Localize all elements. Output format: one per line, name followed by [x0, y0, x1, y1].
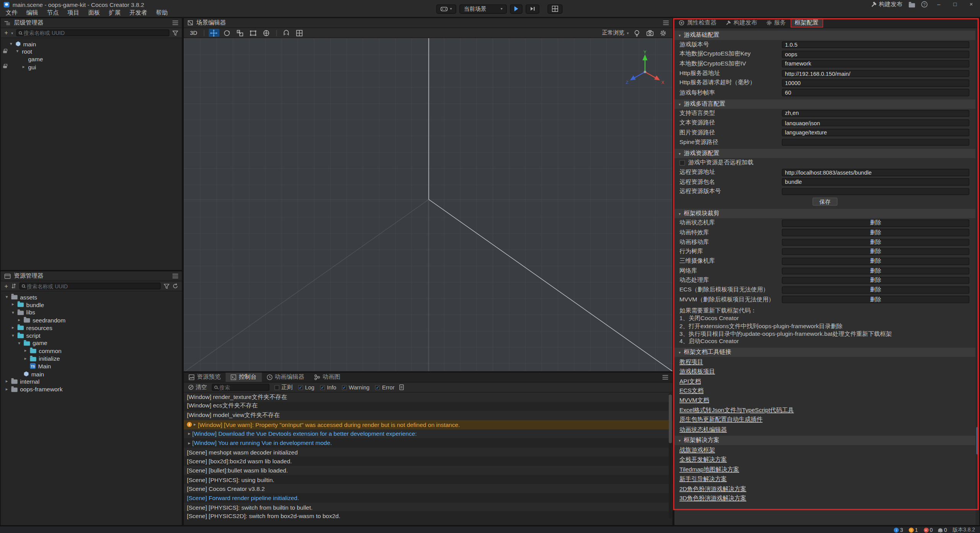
tree-caret-icon[interactable]	[10, 41, 16, 46]
scrollbar-thumb[interactable]	[976, 427, 979, 455]
tree-caret-icon[interactable]	[23, 64, 28, 69]
console-filter-checkbox[interactable]: Info	[320, 384, 336, 390]
tree-caret-icon[interactable]	[24, 356, 30, 361]
module-delete-button[interactable]: 删除	[782, 296, 969, 303]
asset-node[interactable]: main	[1, 370, 182, 378]
log-row[interactable]: [Scene] [box2d]:box2d wasm lib loaded.	[184, 457, 673, 466]
inspector-scrollbar[interactable]	[976, 28, 980, 525]
module-delete-button[interactable]: 删除	[782, 219, 969, 227]
tree-caret-icon[interactable]	[12, 325, 18, 330]
log-row[interactable]: ▸ [Window] You are running Vue in develo…	[184, 438, 673, 448]
doc-link[interactable]: 教程项目	[675, 357, 976, 366]
log-row[interactable]: [Scene] [PHYSICS2D]: switch from box2d-w…	[184, 512, 673, 521]
tree-caret-icon[interactable]	[6, 294, 11, 299]
tree-caret-icon[interactable]	[12, 302, 18, 307]
solution-link[interactable]: Tiledmap地图解决方案	[675, 464, 976, 474]
open-project-folder-button[interactable]	[909, 2, 915, 7]
info-count[interactable]: i 3	[894, 527, 903, 533]
filter-icon[interactable]	[164, 283, 170, 288]
chevron-down-icon[interactable]: ▾	[11, 31, 13, 35]
asset-node[interactable]: game	[1, 339, 182, 347]
log-row[interactable]: [Scene] meshopt wasm decoder initialized	[184, 448, 673, 457]
error-count[interactable]: × 0	[923, 527, 933, 533]
log-expand-caret-icon[interactable]: ▸	[188, 431, 190, 436]
asset-node[interactable]: script	[1, 332, 182, 339]
step-button[interactable]	[526, 4, 539, 13]
property-input[interactable]	[782, 51, 969, 58]
section-header[interactable]: ▾ 游戏多语言配置	[675, 99, 976, 108]
section-header[interactable]: ▾ 框架模块裁剪	[675, 209, 976, 218]
rotate-tool-button[interactable]	[222, 29, 232, 37]
menu-item[interactable]: 帮助	[152, 9, 172, 17]
module-delete-button[interactable]: 删除	[782, 267, 969, 275]
menu-item[interactable]: 文件	[1, 9, 22, 17]
property-input[interactable]	[782, 188, 969, 195]
property-input[interactable]	[782, 79, 969, 87]
console-filter-checkbox[interactable]: 正则	[274, 383, 292, 391]
orientation-gizmo[interactable]: Y X Z	[625, 49, 665, 89]
property-input[interactable]	[782, 70, 969, 77]
asset-node[interactable]: bundle	[1, 301, 182, 309]
menu-item[interactable]: 项目	[63, 9, 84, 17]
solution-link[interactable]: 战旗游戏框架	[675, 445, 976, 455]
tree-caret-icon[interactable]	[6, 387, 11, 392]
hierarchy-node[interactable]: root	[1, 48, 182, 56]
property-input[interactable]	[782, 41, 969, 49]
module-delete-button[interactable]: 删除	[782, 239, 969, 246]
hierarchy-node[interactable]: gui	[1, 63, 182, 71]
tab-framework-config[interactable]: 框架配置	[790, 18, 823, 27]
doc-link[interactable]: ECS文档	[675, 386, 976, 395]
tree-caret-icon[interactable]	[6, 379, 11, 384]
panel-menu-icon[interactable]	[173, 274, 178, 278]
preview-scene-select[interactable]: 当前场景 ▾	[459, 4, 507, 13]
property-input[interactable]	[782, 89, 969, 96]
console-scrollbar[interactable]	[669, 393, 672, 518]
menu-item[interactable]: 开发者	[125, 9, 152, 17]
section-header[interactable]: ▾ 框架文档工具链接	[675, 348, 976, 357]
hierarchy-search-input[interactable]	[24, 30, 167, 36]
help-button[interactable]: ?	[921, 1, 928, 7]
world-space-toggle-button[interactable]	[261, 29, 272, 37]
tree-caret-icon[interactable]	[16, 49, 22, 54]
view-mode-select[interactable]: 正常浏览 ▾	[602, 29, 629, 37]
log-expand-caret-icon[interactable]: ▸	[188, 440, 190, 445]
console-search-input[interactable]	[219, 384, 267, 390]
solution-link[interactable]: 新手引导解决方案	[675, 474, 976, 484]
play-button[interactable]	[510, 4, 523, 13]
tree-caret-icon[interactable]	[18, 317, 24, 322]
rect-tool-button[interactable]	[248, 29, 258, 37]
tree-caret-icon[interactable]	[12, 333, 18, 338]
property-input[interactable]	[782, 169, 969, 176]
tab-animation-graph[interactable]: 动画图	[309, 373, 345, 382]
console-filter-checkbox[interactable]: Log	[298, 384, 315, 390]
tab-asset-preview[interactable]: 资源预览	[184, 373, 225, 382]
menu-item[interactable]: 编辑	[22, 9, 42, 17]
menu-item[interactable]: 节点	[42, 9, 63, 17]
layout-grid-button[interactable]	[547, 4, 562, 13]
preview-device-select[interactable]: ▾	[436, 4, 456, 13]
log-row[interactable]: [Scene] [bullet]:bullet wasm lib loaded.	[184, 466, 673, 475]
module-delete-button[interactable]: 删除	[782, 277, 969, 284]
asset-node[interactable]: initialize	[1, 355, 182, 362]
log-row[interactable]: [Scene] [PHYSICS]: using builtin.	[184, 475, 673, 484]
mode-3d-button[interactable]: 3D	[188, 30, 199, 36]
property-input[interactable]	[782, 178, 969, 186]
asset-node[interactable]: Main	[1, 362, 182, 370]
sort-icon[interactable]	[11, 283, 16, 289]
solution-link[interactable]: 3D角色扮演游戏解决方案	[675, 493, 976, 503]
doc-link[interactable]: 游戏模板项目	[675, 366, 976, 376]
add-node-button[interactable]: +	[4, 30, 8, 36]
module-delete-button[interactable]: 删除	[782, 248, 969, 255]
doc-link[interactable]: 原生包热更新配置自动生成插件	[675, 415, 976, 424]
log-expand-caret-icon[interactable]: ▸	[194, 422, 196, 427]
tab-property-inspector[interactable]: 属性检查器	[675, 18, 721, 27]
tab-animation-editor[interactable]: 动画编辑器	[261, 373, 309, 382]
scene-light-toggle-button[interactable]	[631, 29, 642, 37]
menu-item[interactable]: 面板	[84, 9, 105, 17]
solution-link[interactable]: 2D角色扮演游戏解决方案	[675, 484, 976, 493]
panel-menu-icon[interactable]	[663, 21, 669, 25]
refresh-icon[interactable]	[173, 283, 178, 289]
property-input[interactable]	[782, 110, 969, 117]
tab-build-publish[interactable]: 构建发布	[721, 18, 761, 27]
console-filter-checkbox[interactable]: Warning	[342, 384, 369, 390]
